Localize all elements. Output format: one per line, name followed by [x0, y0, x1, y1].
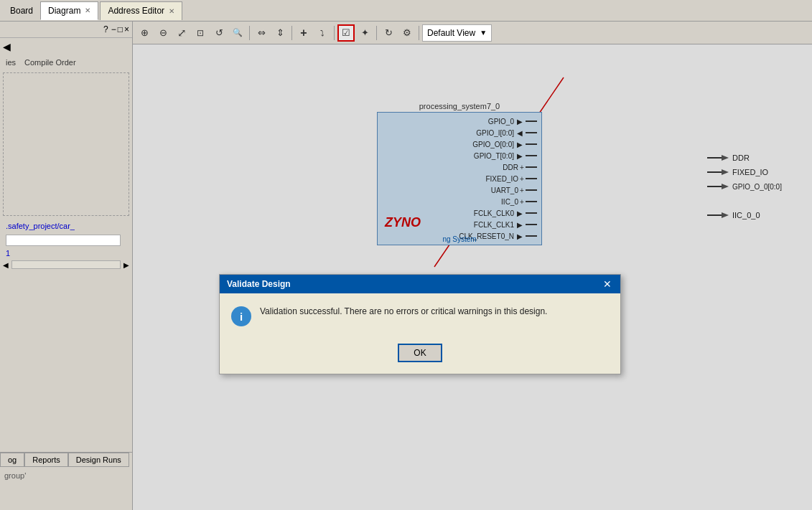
align-h-button[interactable]: ⇔ [253, 24, 270, 42]
ok-button[interactable]: OK [398, 344, 442, 362]
connect-button[interactable]: ⤵ [314, 24, 331, 42]
view-dropdown[interactable]: Default View ▼ [422, 24, 492, 42]
sidebar-close-icon[interactable]: × [124, 24, 129, 34]
toolbar-sep-1 [249, 26, 250, 40]
sidebar-scrollbar[interactable] [11, 260, 121, 269]
align-v-button[interactable]: ⇕ [271, 24, 289, 42]
diagram-tab-close[interactable]: ✕ [85, 6, 90, 14]
sidebar-nav-labels: ies Compile Order [0, 55, 132, 70]
sidebar-content: ◀ ies Compile Order .safety_project/car_… [0, 38, 132, 452]
sidebar-question-icon[interactable]: ? [103, 24, 108, 34]
bottom-tab-reports[interactable]: Reports [24, 453, 68, 467]
dialog-title-bar: Validate Design ✕ [220, 275, 620, 293]
diagram-tab[interactable]: Diagram ✕ [40, 1, 98, 20]
sidebar: ? − □ × ◀ ies Compile Order .safety_proj… [0, 22, 133, 510]
sidebar-link[interactable]: 1 [0, 247, 132, 259]
sidebar-label-ies[interactable]: ies [6, 58, 16, 67]
refresh-button[interactable]: ↺ [210, 24, 228, 42]
dialog-overlay: Validate Design ✕ i Validation successfu… [133, 44, 812, 510]
address-editor-tab-label: Address Editor [108, 6, 164, 16]
dialog-body: i Validation successful. There are no er… [220, 293, 620, 338]
address-editor-tab-close[interactable]: ✕ [169, 7, 174, 15]
toolbar-sep-4 [376, 26, 377, 40]
bottom-tab-row: og Reports Design Runs [0, 453, 132, 467]
dialog-close-button[interactable]: ✕ [602, 278, 613, 290]
sidebar-input[interactable] [6, 235, 121, 246]
validate-design-dialog: Validate Design ✕ i Validation successfu… [219, 274, 621, 374]
sidebar-dashed-area [3, 72, 129, 216]
sidebar-bottom: og Reports Design Runs group' [0, 452, 132, 510]
bottom-tab-design-runs[interactable]: Design Runs [68, 453, 129, 467]
toolbar-sep-3 [334, 26, 335, 40]
dialog-footer: OK [220, 338, 620, 374]
sidebar-scroll-right[interactable]: ▶ [123, 261, 129, 269]
chevron-down-icon: ▼ [480, 29, 487, 37]
sidebar-scrollbar-area: ◀ ▶ [0, 260, 132, 269]
board-tab[interactable]: Board [3, 1, 40, 20]
fit-selection-button[interactable]: ⊡ [192, 24, 209, 42]
board-tab-label: Board [10, 6, 33, 16]
toolbar: ⊕ ⊖ ⤢ ⊡ ↺ 🔍 ⇔ ⇕ + ⤵ ☑ ✦ ↻ ⚙ Def [133, 22, 812, 44]
address-editor-tab[interactable]: Address Editor ✕ [100, 1, 182, 20]
route-button[interactable]: ✦ [356, 24, 373, 42]
search-button[interactable]: 🔍 [229, 24, 246, 42]
fit-all-button[interactable]: ⤢ [173, 24, 190, 42]
settings-button[interactable]: ⚙ [398, 24, 416, 42]
bottom-footer-text: group' [3, 470, 129, 481]
diagram-area: ⊕ ⊖ ⤢ ⊡ ↺ 🔍 ⇔ ⇕ + ⤵ ☑ ✦ ↻ ⚙ Def [133, 22, 812, 510]
sidebar-scroll-left[interactable]: ◀ [3, 261, 9, 269]
toolbar-sep-5 [419, 26, 419, 40]
sidebar-path: .safety_project/car_ [0, 219, 132, 233]
sidebar-minimize-icon[interactable]: − [111, 24, 116, 34]
canvas: processing_system7_0 GPIO_0 ▶ GPIO_I[0:0… [133, 44, 812, 510]
sidebar-label-compile[interactable]: Compile Order [24, 58, 76, 67]
info-icon: i [231, 306, 251, 326]
zoom-out-button[interactable]: ⊖ [154, 24, 172, 42]
sidebar-restore-icon[interactable]: □ [118, 24, 123, 34]
toolbar-sep-2 [291, 26, 292, 40]
dialog-message: Validation successful. There are no erro… [260, 305, 547, 318]
zoom-in-button[interactable]: ⊕ [136, 24, 153, 42]
regenerate-button[interactable]: ↻ [380, 24, 397, 42]
diagram-tab-label: Diagram [48, 6, 80, 16]
dialog-title: Validate Design [227, 279, 291, 289]
bottom-tab-og[interactable]: og [0, 453, 24, 467]
validate-button[interactable]: ☑ [337, 24, 355, 42]
bottom-content-area: group' [0, 467, 132, 510]
view-dropdown-label: Default View [427, 28, 475, 38]
tab-bar: Board Diagram ✕ Address Editor ✕ [0, 0, 812, 22]
sidebar-back-icon[interactable]: ◀ [3, 41, 11, 52]
sidebar-top-bar: ? − □ × [0, 22, 132, 38]
add-button[interactable]: + [295, 24, 312, 42]
